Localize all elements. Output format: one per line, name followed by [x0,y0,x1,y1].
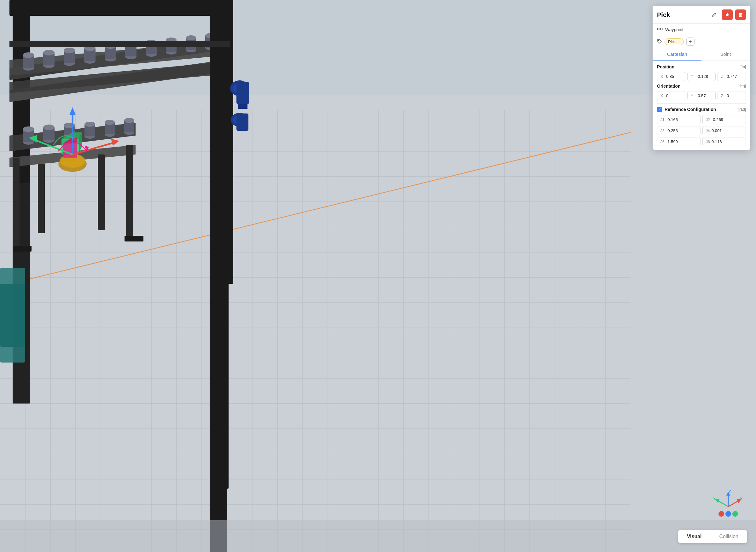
svg-rect-132 [0,284,25,347]
svg-line-149 [728,500,739,507]
position-header: Position [m] [657,64,746,70]
j5-field[interactable]: J5 -1.599 [657,137,701,146]
tags-row: Pick × + [652,36,750,48]
orientation-x-field[interactable]: X 0 [657,91,686,100]
tabs-row: Cartesian Joint [652,48,750,60]
svg-point-142 [657,28,659,30]
orientation-y-field[interactable]: Y -0.57 [687,91,716,100]
j4-field[interactable]: J4 0.001 [703,126,746,135]
joint-fields: J1 -0.166 J2 -0.269 J3 -0.253 J4 0.001 [657,115,746,146]
orientation-z-value: 0 [727,93,729,98]
svg-point-87 [23,126,34,132]
ref-config-title: Reference Configuration [664,107,736,112]
position-unit: [m] [741,64,746,69]
orientation-header: Orientation [deg] [657,84,746,89]
label-icon [657,39,662,44]
edit-icon [712,12,717,17]
j3-field[interactable]: J3 -0.253 [657,126,701,135]
add-tag-button[interactable]: + [686,37,695,46]
j3-label: J3 [660,129,665,133]
svg-line-152 [717,500,728,507]
tag-name: Pick [668,39,676,44]
svg-line-136 [715,14,715,14]
joint-row-3: J5 -1.599 J6 0.116 [657,137,746,146]
waypoint-label: Waypoint [665,27,684,32]
svg-point-156 [725,511,731,517]
j6-label: J6 [706,140,710,144]
waypoint-panel: Pick [652,6,750,150]
svg-rect-111 [237,82,249,104]
j2-field[interactable]: J2 -0.269 [703,115,746,124]
position-x-field[interactable]: X 0.85 [657,72,686,81]
svg-rect-135 [0,520,756,552]
position-z-field[interactable]: Z 0.747 [718,72,746,81]
position-z-label: Z [721,75,725,79]
svg-rect-104 [13,246,31,252]
route-icon [657,26,663,32]
position-x-value: 0.85 [666,74,674,79]
ref-config-checkbox[interactable]: ✓ [657,107,662,112]
tab-cartesian[interactable]: Cartesian [652,48,702,60]
svg-point-102 [124,118,134,123]
tag-chip[interactable]: Pick × [664,38,684,45]
svg-point-90 [43,125,54,130]
svg-rect-133 [210,0,227,552]
tag-icon [657,39,662,45]
svg-point-58 [43,50,54,55]
ref-config-row: ✓ Reference Configuration [rad] [657,107,746,112]
visual-button[interactable]: Visual [678,530,711,543]
orientation-z-field[interactable]: Z 0 [718,91,746,100]
svg-point-99 [105,120,115,125]
nav-cube[interactable]: Z X Y [713,489,744,522]
position-z-value: 0.747 [727,74,737,79]
delete-button[interactable] [735,9,746,20]
pin-button[interactable] [722,9,733,20]
3d-viewport[interactable] [0,0,756,552]
orientation-fields: X 0 Y -0.57 Z 0 [657,91,746,100]
svg-rect-138 [739,13,742,14]
orientation-x-label: X [660,94,665,98]
svg-point-79 [186,35,196,40]
position-y-field[interactable]: Y -0.128 [687,72,716,81]
delete-icon [738,12,743,17]
svg-rect-108 [98,154,105,230]
j2-value: -0.269 [712,117,723,122]
svg-point-55 [23,52,34,58]
j1-label: J1 [660,118,665,122]
orientation-unit: [deg] [737,84,746,88]
svg-rect-107 [38,164,45,233]
waypoint-icon [657,26,663,33]
ref-config-unit: [rad] [738,107,746,112]
svg-rect-121 [63,143,77,158]
orientation-x-value: 0 [666,93,668,98]
orientation-y-value: -0.57 [697,93,706,98]
j4-value: 0.001 [712,128,722,133]
orientation-z-label: Z [721,94,725,98]
j6-field[interactable]: J6 0.116 [703,137,746,146]
svg-point-155 [719,511,724,517]
svg-rect-115 [237,114,249,131]
svg-point-96 [85,122,95,127]
svg-text:Y: Y [713,497,716,501]
svg-rect-137 [739,14,742,17]
tag-close-button[interactable]: × [678,39,681,44]
svg-marker-153 [715,499,720,503]
collision-button[interactable]: Collision [711,530,747,543]
j5-label: J5 [660,140,665,144]
svg-point-93 [64,123,75,128]
j1-field[interactable]: J1 -0.166 [657,115,701,124]
svg-point-157 [732,511,738,517]
joint-row-1: J1 -0.166 J2 -0.269 [657,115,746,124]
j2-label: J2 [706,118,710,122]
j5-value: -1.599 [666,139,678,144]
svg-text:Z: Z [729,489,731,493]
edit-button[interactable] [709,9,720,20]
tab-joint[interactable]: Joint [702,48,750,60]
divider [657,103,746,104]
joint-row-2: J3 -0.253 J4 0.001 [657,126,746,135]
position-y-label: Y [691,75,695,79]
position-y-value: -0.128 [697,74,708,79]
position-title: Position [657,64,674,70]
svg-point-145 [658,40,659,41]
orientation-y-label: Y [691,94,695,98]
